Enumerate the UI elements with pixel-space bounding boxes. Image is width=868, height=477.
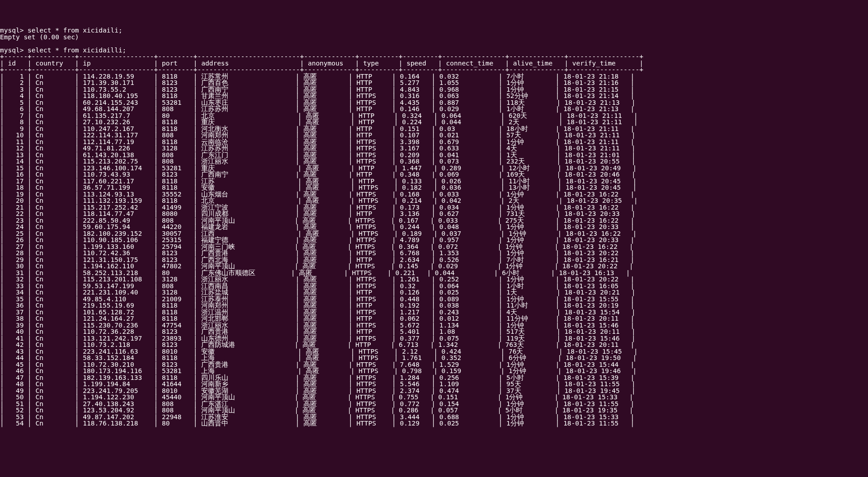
- terminal-output[interactable]: mysql> select * from xicidaili; Empty se…: [0, 27, 868, 427]
